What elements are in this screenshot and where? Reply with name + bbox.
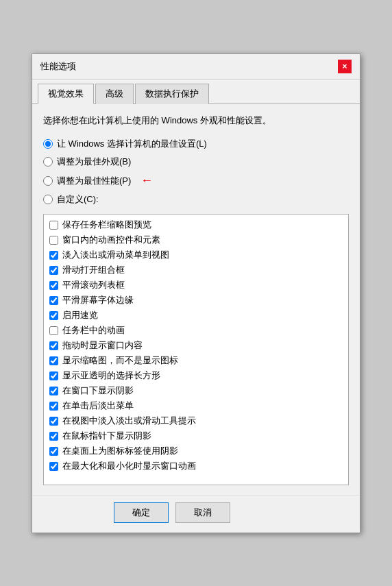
radio-item-4[interactable]: 自定义(C): xyxy=(43,193,349,206)
close-button[interactable]: × xyxy=(338,60,352,73)
checkbox-input-5[interactable] xyxy=(49,281,58,290)
checkbox-item-12[interactable]: 在窗口下显示阴影 xyxy=(47,383,345,398)
tab-content: 选择你想在此计算机上使用的 Windows 外观和性能设置。 让 Windows… xyxy=(32,104,360,495)
checkbox-input-16[interactable] xyxy=(49,447,58,456)
checkbox-input-15[interactable] xyxy=(49,432,58,441)
checkbox-item-6[interactable]: 平滑屏幕字体边缘 xyxy=(47,293,345,308)
checkbox-input-1[interactable] xyxy=(49,221,58,230)
checkbox-item-3[interactable]: 淡入淡出或滑动菜单到视图 xyxy=(47,247,345,263)
tab-dep[interactable]: 数据执行保护 xyxy=(135,84,209,104)
radio-item-3[interactable]: 调整为最佳性能(P) ← xyxy=(43,173,349,188)
checkbox-input-11[interactable] xyxy=(49,371,58,380)
radio-item-2[interactable]: 调整为最佳外观(B) xyxy=(43,156,349,168)
checkbox-input-9[interactable] xyxy=(49,341,58,350)
checkbox-item-10[interactable]: 显示缩略图，而不是显示图标 xyxy=(47,353,345,368)
tabs-bar: 视觉效果 高级 数据执行保护 xyxy=(32,80,360,104)
tab-advanced[interactable]: 高级 xyxy=(95,84,134,104)
title-bar: 性能选项 × xyxy=(32,54,360,80)
checkbox-input-13[interactable] xyxy=(49,402,58,411)
cancel-button[interactable]: 取消 xyxy=(175,502,230,523)
radio-item-1[interactable]: 让 Windows 选择计算机的最佳设置(L) xyxy=(43,138,349,150)
checkbox-item-11[interactable]: 显示亚透明的选择长方形 xyxy=(47,368,345,383)
checkbox-item-15[interactable]: 在鼠标指针下显示阴影 xyxy=(47,428,345,443)
radio-input-3[interactable] xyxy=(43,176,53,186)
radio-group: 让 Windows 选择计算机的最佳设置(L) 调整为最佳外观(B) 调整为最佳… xyxy=(43,138,349,206)
checkbox-item-9[interactable]: 拖动时显示窗口内容 xyxy=(47,338,345,353)
checkbox-item-5[interactable]: 平滑滚动列表框 xyxy=(47,278,345,293)
checkbox-input-6[interactable] xyxy=(49,296,58,305)
checkbox-item-17[interactable]: 在最大化和最小化时显示窗口动画 xyxy=(47,459,345,474)
checkbox-item-7[interactable]: 启用速览 xyxy=(47,308,345,323)
checkbox-input-7[interactable] xyxy=(49,311,58,320)
checkbox-input-3[interactable] xyxy=(49,251,58,260)
tab-visual[interactable]: 视觉效果 xyxy=(38,84,94,104)
checkbox-input-4[interactable] xyxy=(49,266,58,275)
checkbox-input-10[interactable] xyxy=(49,356,58,365)
checkbox-item-4[interactable]: 滑动打开组合框 xyxy=(47,263,345,278)
dialog-title: 性能选项 xyxy=(40,60,76,73)
checkbox-list[interactable]: 保存任务栏缩略图预览 窗口内的动画控件和元素 淡入淡出或滑动菜单到视图 滑动打开… xyxy=(43,214,349,485)
ok-button[interactable]: 确定 xyxy=(114,502,169,523)
red-arrow-icon: ← xyxy=(140,173,153,188)
radio-input-4[interactable] xyxy=(43,195,53,204)
checkbox-input-17[interactable] xyxy=(49,462,58,471)
checkbox-item-16[interactable]: 在桌面上为图标标签使用阴影 xyxy=(47,443,345,459)
checkbox-item-14[interactable]: 在视图中淡入淡出或滑动工具提示 xyxy=(47,413,345,428)
checkbox-input-12[interactable] xyxy=(49,387,58,395)
dialog-footer: 确定 取消 应用 xyxy=(32,495,360,533)
checkbox-item-8[interactable]: 任务栏中的动画 xyxy=(47,323,345,338)
description-text: 选择你想在此计算机上使用的 Windows 外观和性能设置。 xyxy=(43,114,349,127)
radio-input-2[interactable] xyxy=(43,157,53,167)
radio-input-1[interactable] xyxy=(43,139,53,149)
checkbox-item-13[interactable]: 在单击后淡出菜单 xyxy=(47,398,345,413)
performance-options-dialog: 性能选项 × 视觉效果 高级 数据执行保护 选择你想在此计算机上使用的 Wind… xyxy=(32,53,360,533)
checkbox-item-2[interactable]: 窗口内的动画控件和元素 xyxy=(47,232,345,247)
checkbox-input-2[interactable] xyxy=(49,236,58,245)
checkbox-input-14[interactable] xyxy=(49,417,58,426)
checkbox-input-8[interactable] xyxy=(49,326,58,335)
checkbox-item-1[interactable]: 保存任务栏缩略图预览 xyxy=(47,217,345,232)
